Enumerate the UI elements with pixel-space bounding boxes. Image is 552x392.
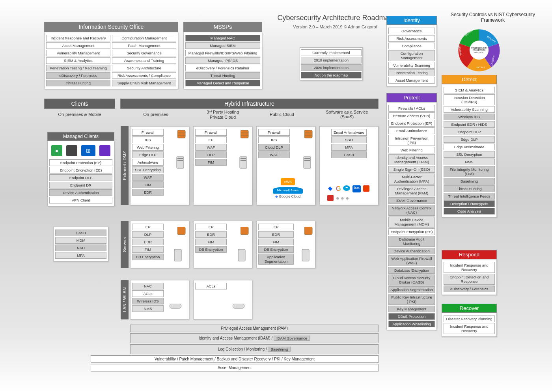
item: FIM (258, 239, 294, 245)
item: Incident Response and Recovery (46, 35, 110, 41)
os-row: ● ⊞ (49, 143, 112, 159)
col-saas: Software as a Service (SaaS) (315, 110, 379, 119)
item: Edge DLP (444, 136, 495, 143)
item: Network Access Control (NAC) (388, 205, 435, 216)
item: Managed Detect and Response (185, 80, 260, 86)
item: ACLs (132, 290, 164, 297)
legend-2020: 2020 implementation (301, 64, 362, 71)
item: Firewall (132, 129, 164, 136)
svg-rect-34 (170, 304, 181, 308)
protect-header: Protect (386, 93, 437, 102)
legend-current: Currently implemented (301, 49, 362, 56)
title-text: Cybersecurity Architecture Roadmap (276, 14, 394, 22)
android-icon: ● (51, 145, 62, 156)
item: Governance (388, 28, 435, 34)
item: Application Whitelisting (388, 321, 435, 327)
item: DLP (195, 151, 227, 158)
item: Managed NAC (185, 35, 260, 41)
item: Penetration Testing (388, 69, 435, 76)
nist-ring: CYBERSECURITY FRAMEWORK VERSION 1.1 IDEN… (457, 28, 501, 73)
item: Edge DLP (132, 151, 164, 158)
item: WAF (258, 151, 290, 158)
lan-third: ACLs (193, 280, 252, 319)
identify-header: Identify (386, 16, 437, 25)
item: Endpoint Detection and Response (444, 274, 495, 285)
svg-rect-10 (177, 130, 185, 138)
item: Mobile Device Management (MDM) (388, 217, 435, 228)
google-icon: G (336, 185, 341, 192)
clients-header: Clients (44, 99, 115, 109)
item: WAF (195, 144, 227, 151)
item: Managed IPS/IDS (185, 57, 260, 64)
item: MFA (55, 252, 106, 259)
col-third: 3ʳᵈ Party Hosting Private Cloud (193, 110, 252, 119)
server-icon (300, 248, 311, 263)
item: Web Application Firewall (WAF) (388, 255, 435, 266)
item: Vulnerability Scanning (388, 62, 435, 69)
item: Vulnerability Management (46, 50, 110, 56)
tier-lan: LAN / WLAN (121, 280, 129, 319)
item: Device Authentication (49, 189, 112, 196)
hybrid-header: Hybrid Infrastructure (120, 99, 379, 109)
item: EP (132, 224, 164, 230)
saas-logos: ⯁ G ☁ box ● ● ● (327, 185, 375, 201)
lan-onprem: NACACLsWireless IDSNMS (130, 280, 189, 319)
item: Security Governance (112, 50, 176, 56)
item: Configuration Management (112, 35, 176, 41)
svg-rect-29 (241, 227, 248, 235)
bar-pam: Privileged Access Management (PAM) (130, 325, 379, 332)
item: Email Antimalware (331, 129, 367, 136)
aws-icon: AWS (281, 178, 295, 185)
recover-header: Recover (442, 304, 497, 313)
nist-title: Security Controls vs NIST Cybersecurity … (440, 12, 546, 23)
respond-header: Respond (442, 250, 497, 259)
item: EP (258, 224, 294, 230)
svg-text:VERSION 1.1: VERSION 1.1 (474, 52, 485, 54)
item: SSL Decryption (132, 166, 164, 173)
item: Awareness and Training (112, 57, 176, 64)
item: Antimalware (132, 159, 164, 166)
item: FIM (195, 159, 227, 166)
item: Disaster Recovery Planning (444, 315, 495, 322)
item: Endpoint DLP (49, 174, 112, 181)
firewall-icon (177, 227, 187, 236)
firewall-icon (177, 130, 187, 140)
windows-icon: ⊞ (81, 145, 95, 156)
item: Threat Hunting (185, 72, 260, 79)
item: EP (195, 224, 227, 230)
item: Endpoint Encryption (EE) (388, 228, 435, 235)
item: Endpoint Protection (EP) (49, 159, 112, 166)
managed-clients-header: Managed Clients (47, 132, 114, 141)
doc-title: Cybersecurity Architecture Roadmap Versi… (276, 14, 394, 29)
item: ACLs (195, 283, 227, 289)
version-text: Version 2.0 – March 2019 © Adrian Grigor… (276, 24, 394, 29)
item: Baselining (444, 178, 495, 185)
item: Web Filtering (388, 147, 435, 153)
item: Risk Assessments (388, 35, 435, 42)
item: Intrusion Prevention (IPS) (388, 135, 435, 146)
col-onprem: On-premises (130, 112, 181, 117)
item: EDR (258, 231, 294, 238)
managed-clients: Managed Clients ● ⊞ Endpoint Protection … (47, 132, 114, 206)
item: DB Encryption (195, 246, 227, 253)
iso-header: Information Security Office (44, 22, 178, 32)
item: CASB (331, 151, 367, 158)
item: CASB (55, 230, 106, 236)
item: Risk Assessments / Compliance (112, 72, 176, 79)
item: Threat Intelligence Feeds (444, 193, 495, 200)
item: NAC (132, 283, 164, 289)
item: Intrusion Detection (IDS/IPS) (444, 94, 495, 105)
svg-rect-32 (238, 249, 245, 261)
svg-text:FRAMEWORK: FRAMEWORK (473, 49, 486, 51)
item: DDoS Protection (388, 313, 435, 320)
item: Deception / Honeypots (444, 200, 495, 207)
item: Vulnerability Scanning (444, 106, 495, 113)
item: Endpoint EDR / HIDS (444, 121, 495, 128)
svg-rect-33 (302, 249, 309, 261)
dropbox-icon: ⯁ (327, 185, 334, 192)
server-icon (237, 248, 248, 263)
item: File Integrity Monitoring (FIM) (444, 166, 495, 177)
item: Remote Access (VPN) (388, 112, 435, 119)
item: DLP (132, 231, 164, 238)
mssp-panel: MSSPs Managed NACManaged SIEMManaged Fir… (183, 22, 262, 89)
